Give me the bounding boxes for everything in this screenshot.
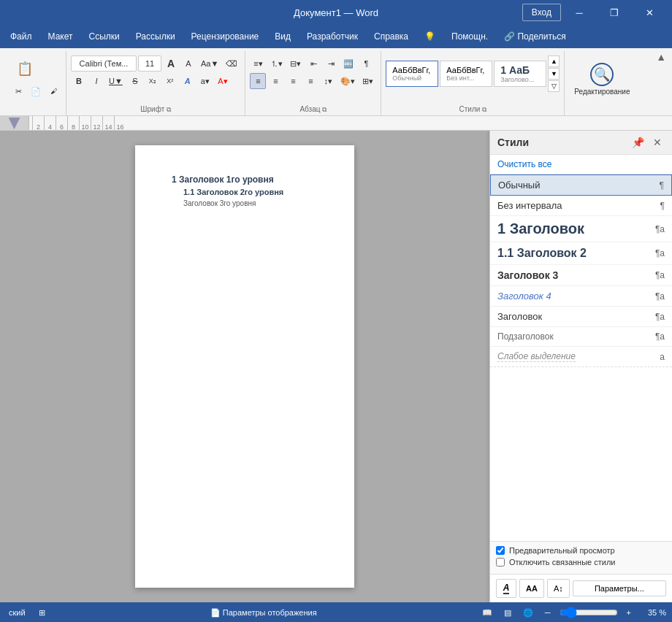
gallery-style-nospacing[interactable]: АаБбВвГг, Без инт... xyxy=(440,61,492,87)
style-item-h5[interactable]: Заголовок ¶a xyxy=(490,307,672,327)
para-expand-icon[interactable]: ⧉ xyxy=(322,106,327,113)
numbering-button[interactable]: ⒈▾ xyxy=(267,55,286,72)
gallery-scroll-down[interactable]: ▼ xyxy=(548,68,560,80)
style-item-subtitle[interactable]: Подзаголовок ¶a xyxy=(490,327,672,347)
styles-expand-icon[interactable]: ⧉ xyxy=(482,106,486,113)
font-size-selector[interactable]: 11 xyxy=(138,55,161,72)
font-clear-button[interactable]: Aa▼ xyxy=(198,55,221,72)
view-options-button[interactable]: 📄 Параметры отображения xyxy=(207,607,320,619)
align-center-button[interactable]: ≡ xyxy=(267,73,283,89)
ribbon-collapse-button[interactable]: ▲ xyxy=(656,51,666,63)
ribbon-group-editing: 🔍 Редактирование xyxy=(565,51,639,115)
increase-indent-button[interactable]: ⇥ xyxy=(323,55,339,72)
line-spacing-button[interactable]: ↕▾ xyxy=(320,73,336,89)
font-color-button[interactable]: A▾ xyxy=(215,73,231,89)
decrease-indent-button[interactable]: ⇤ xyxy=(305,55,321,72)
print-layout-button[interactable]: ▤ xyxy=(501,607,514,619)
linked-label[interactable]: Отключить связанные стили xyxy=(509,558,615,567)
menu-layout[interactable]: Макет xyxy=(41,28,80,45)
menu-assist[interactable]: Помощн. xyxy=(444,28,495,45)
style-item-h4[interactable]: Заголовок 4 ¶a xyxy=(490,286,672,307)
font-name-selector[interactable]: Calibri (Тем... xyxy=(71,55,137,72)
web-layout-button[interactable]: 🌐 xyxy=(520,607,536,619)
bold-button[interactable]: B xyxy=(71,73,87,89)
menu-links[interactable]: Ссылки xyxy=(81,28,126,45)
menu-file[interactable]: Файл xyxy=(3,28,39,45)
underline-button[interactable]: U▼ xyxy=(106,73,126,89)
menu-help[interactable]: Справка xyxy=(367,28,416,45)
shading-button[interactable]: 🎨▾ xyxy=(337,73,358,89)
highlight-button[interactable]: a▾ xyxy=(197,73,213,89)
menu-mailings[interactable]: Рассылки xyxy=(129,28,183,45)
italic-button[interactable]: I xyxy=(88,73,104,89)
align-right-button[interactable]: ≡ xyxy=(285,73,301,89)
ruler-mark-2: 2 xyxy=(32,116,44,131)
menu-dev[interactable]: Разработчик xyxy=(299,28,365,45)
paste-button[interactable]: 📋 xyxy=(10,55,39,82)
style-item-h1[interactable]: 1 Заголовок ¶a xyxy=(490,216,672,242)
align-left-button[interactable]: ≡ xyxy=(250,73,266,89)
style-item-emphasis[interactable]: Слабое выделение a xyxy=(490,347,672,367)
clear-all-button[interactable]: Очистить все xyxy=(490,155,672,174)
menu-lightbulb[interactable]: 💡 xyxy=(417,28,443,45)
subscript-button[interactable]: X₂ xyxy=(145,73,161,89)
linked-checkbox[interactable] xyxy=(496,558,505,567)
language-button[interactable]: ский xyxy=(6,607,28,618)
indent-marker[interactable] xyxy=(9,118,20,129)
gallery-scroll-up[interactable]: ▲ xyxy=(548,55,560,67)
title-bar: Документ1 — Word Вход ─ ❐ ✕ xyxy=(0,0,672,25)
superscript-button[interactable]: X² xyxy=(162,73,178,89)
view-options-icon: 📄 xyxy=(210,608,221,617)
manage-styles-button[interactable]: A↕ xyxy=(547,579,570,598)
params-button[interactable]: Параметры... xyxy=(573,580,666,596)
style-name-normal: Обычный xyxy=(498,180,540,191)
align-justify-button[interactable]: ≡ xyxy=(302,73,318,89)
new-style-button[interactable]: A xyxy=(496,579,516,598)
preview-label[interactable]: Предварительный просмотр xyxy=(509,546,615,555)
font-grow-button[interactable]: A xyxy=(163,55,179,72)
font-shrink-button[interactable]: A xyxy=(180,55,196,72)
read-mode-button[interactable]: 📖 xyxy=(479,607,495,619)
signin-button[interactable]: Вход xyxy=(522,4,561,21)
cut-button[interactable]: ✂ xyxy=(10,83,26,99)
minimize-button[interactable]: ─ xyxy=(562,0,596,25)
style-item-h3[interactable]: Заголовок 3 ¶a xyxy=(490,265,672,286)
styles-pin-button[interactable]: 📌 xyxy=(629,135,647,150)
status-center: 📄 Параметры отображения xyxy=(207,607,320,619)
bullets-button[interactable]: ≡▾ xyxy=(250,55,266,72)
close-button[interactable]: ✕ xyxy=(633,0,666,25)
zoom-minus-button[interactable]: ─ xyxy=(542,607,554,618)
clear-format-button[interactable]: ⌫ xyxy=(223,55,240,72)
strikethrough-button[interactable]: S xyxy=(127,73,143,89)
styles-close-button[interactable]: ✕ xyxy=(650,135,665,150)
font-expand-icon[interactable]: ⧉ xyxy=(167,106,171,113)
style-item-nospacing[interactable]: Без интервала ¶ xyxy=(490,196,672,216)
style-item-h2[interactable]: 1.1 Заголовок 2 ¶a xyxy=(490,242,672,265)
sort-button[interactable]: 🔤 xyxy=(340,55,356,72)
ruler-mark-8: 8 xyxy=(67,116,79,131)
multilevel-button[interactable]: ⊟▾ xyxy=(287,55,304,72)
find-replace-button[interactable]: 🔍 Редактирование xyxy=(569,55,635,102)
gallery-style-h1[interactable]: 1 АаБ Заголово... xyxy=(494,61,546,87)
borders-button[interactable]: ⊞▾ xyxy=(359,73,376,89)
preview-checkbox[interactable] xyxy=(496,546,505,555)
menu-view[interactable]: Вид xyxy=(267,28,298,45)
layout-icon-button[interactable]: ⊞ xyxy=(36,607,48,619)
document-canvas[interactable]: 1 Заголовок 1го уровня 1.1 Заголовок 2го… xyxy=(0,131,489,602)
zoom-slider[interactable] xyxy=(560,607,618,618)
styles-list: Обычный ¶ Без интервала ¶ 1 Заголовок ¶a… xyxy=(490,174,672,541)
show-marks-button[interactable]: ¶ xyxy=(358,55,374,72)
inspect-style-button[interactable]: AA xyxy=(519,579,544,598)
status-bar: ский ⊞ 📄 Параметры отображения 📖 ▤ 🌐 ─ +… xyxy=(0,602,672,622)
copy-button[interactable]: 📄 xyxy=(28,83,44,99)
restore-button[interactable]: ❐ xyxy=(597,0,631,25)
format-painter-button[interactable]: 🖌 xyxy=(45,83,61,99)
gallery-style-normal[interactable]: АаБбВвГг, Обычный xyxy=(386,61,438,87)
menu-review[interactable]: Рецензирование xyxy=(184,28,267,45)
style-item-normal[interactable]: Обычный ¶ xyxy=(490,174,672,196)
zoom-plus-button[interactable]: + xyxy=(624,607,634,618)
gallery-scroll-expand[interactable]: ▽ xyxy=(548,80,560,92)
menu-share[interactable]: 🔗 Поделиться xyxy=(497,28,573,45)
style-icon-h2: ¶a xyxy=(655,248,665,258)
text-effects-button[interactable]: A xyxy=(180,73,196,89)
